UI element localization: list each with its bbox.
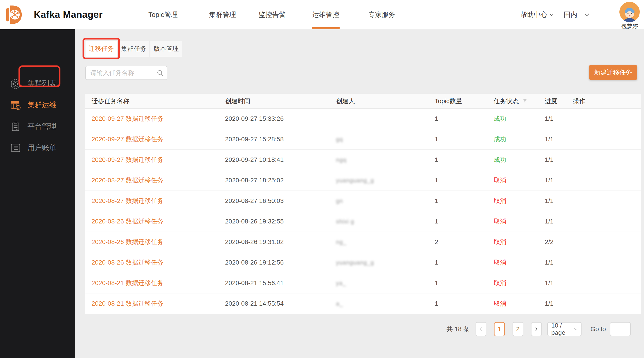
progress-cell: 1/1	[538, 211, 566, 232]
username: 包梦婷	[617, 23, 642, 30]
task-name-link[interactable]: 2020-09-27 数据迁移任务	[92, 114, 164, 123]
topic-count-cell: 1	[428, 252, 487, 273]
creator-cell: gn	[330, 191, 428, 211]
actions-cell	[566, 232, 640, 252]
filter-icon[interactable]	[522, 98, 528, 104]
avatar	[620, 2, 640, 22]
table-row: 2020-09-27 数据迁移任务 2020-09-27 10:18:41 ng…	[85, 150, 640, 170]
table-row: 2020-08-26 数据迁移任务 2020-08-26 19:12:56 yu…	[85, 252, 640, 273]
table-row: 2020-09-27 数据迁移任务 2020-09-27 15:28:58 gq…	[85, 129, 640, 150]
task-name-cell: 2020-08-21 数据迁移任务	[85, 293, 219, 314]
created-time-cell: 2020-08-21 15:56:41	[219, 273, 330, 293]
created-time-cell: 2020-08-27 16:50:03	[219, 191, 330, 211]
status-cell: 取消	[487, 252, 538, 273]
col-creator: 创建人	[330, 94, 428, 108]
table-row: 2020-08-21 数据迁移任务 2020-08-21 15:56:41 ya…	[85, 273, 640, 293]
task-name-link[interactable]: 2020-09-27 数据迁移任务	[92, 135, 164, 144]
nav-topic-management[interactable]: Topic管理	[148, 0, 178, 29]
task-name-cell: 2020-08-21 数据迁移任务	[85, 273, 219, 293]
topic-count-cell: 1	[428, 211, 487, 232]
progress-cell: 1/1	[538, 191, 566, 211]
status-cell: 取消	[487, 170, 538, 191]
create-migration-task-button[interactable]: 新建迁移任务	[589, 65, 637, 80]
actions-cell	[566, 293, 640, 314]
sidebar-item-platform-management[interactable]: 平台管理	[0, 119, 75, 134]
migration-task-table: 迁移任务名称 创建时间 创建人 Topic数量 任务状态 进度 操作 2020-…	[85, 94, 640, 314]
created-time-cell: 2020-08-21 14:55:54	[219, 293, 330, 314]
status-cell: 取消	[487, 232, 538, 252]
search-icon[interactable]	[156, 69, 164, 77]
actions-cell	[566, 191, 640, 211]
tab-migration-tasks[interactable]: 迁移任务	[85, 41, 117, 57]
task-name-link[interactable]: 2020-09-27 数据迁移任务	[92, 156, 164, 164]
sidebar-item-cluster-list[interactable]: 集群列表	[0, 76, 75, 91]
progress-cell: 1/1	[538, 273, 566, 293]
task-name-cell: 2020-08-27 数据迁移任务	[85, 170, 219, 191]
progress-cell: 1/1	[538, 129, 566, 149]
prev-page-button[interactable]	[476, 322, 486, 336]
col-task-status: 任务状态	[487, 94, 538, 108]
task-name-link[interactable]: 2020-08-26 数据迁移任务	[92, 238, 164, 246]
topic-count-cell: 1	[428, 273, 487, 293]
user-menu[interactable]: 包梦婷	[617, 2, 642, 30]
sidebar-item-cluster-ops[interactable]: $ 集群运维	[0, 98, 75, 112]
topic-count-cell: 1	[428, 191, 487, 211]
task-name-link[interactable]: 2020-08-27 数据迁移任务	[92, 176, 164, 185]
task-name-link[interactable]: 2020-08-21 数据迁移任务	[92, 299, 164, 308]
col-created-time: 创建时间	[219, 94, 330, 108]
status-cell: 成功	[487, 109, 538, 129]
next-page-button[interactable]	[531, 322, 542, 336]
creator-cell: shixi g	[330, 211, 428, 232]
task-name-cell: 2020-08-26 数据迁移任务	[85, 252, 219, 273]
task-name-cell: 2020-08-26 数据迁移任务	[85, 232, 219, 252]
task-name-link[interactable]: 2020-08-21 数据迁移任务	[92, 279, 164, 287]
created-time-cell: 2020-08-26 19:32:55	[219, 211, 330, 232]
tab-cluster-tasks[interactable]: 集群任务	[118, 41, 150, 57]
task-name-link[interactable]: 2020-08-26 数据迁移任务	[92, 258, 164, 267]
actions-cell	[566, 150, 640, 170]
nav-cluster-management[interactable]: 集群管理	[209, 0, 236, 29]
table-body: 2020-09-27 数据迁移任务 2020-09-27 15:33:26 1 …	[85, 109, 640, 314]
col-actions: 操作	[566, 94, 640, 108]
col-topic-count: Topic数量	[428, 94, 487, 108]
search-input[interactable]	[85, 66, 167, 80]
total-count-label: 共 18 条	[446, 325, 470, 333]
table-row: 2020-08-26 数据迁移任务 2020-08-26 19:31:02 ng…	[85, 232, 640, 252]
creator-cell	[330, 109, 428, 129]
created-time-cell: 2020-09-27 15:33:26	[219, 109, 330, 129]
search-box	[85, 66, 167, 80]
nav-expert-service[interactable]: 专家服务	[368, 0, 395, 29]
tab-version-management[interactable]: 版本管理	[150, 41, 182, 57]
progress-cell: 1/1	[538, 252, 566, 273]
table-header: 迁移任务名称 创建时间 创建人 Topic数量 任务状态 进度 操作	[85, 94, 640, 109]
hive-icon	[10, 78, 21, 89]
status-cell: 取消	[487, 273, 538, 293]
actions-cell	[566, 109, 640, 129]
goto-page-input[interactable]	[610, 322, 631, 336]
task-name-cell: 2020-08-26 数据迁移任务	[85, 211, 219, 232]
sidebar-item-user-billing[interactable]: 用户账单	[0, 141, 75, 155]
created-time-cell: 2020-08-27 18:25:02	[219, 170, 330, 191]
task-name-link[interactable]: 2020-08-26 数据迁移任务	[92, 217, 164, 226]
task-name-cell: 2020-09-27 数据迁移任务	[85, 150, 219, 170]
task-name-cell: 2020-08-27 数据迁移任务	[85, 191, 219, 211]
nav-monitor-alert[interactable]: 监控告警	[259, 0, 286, 29]
created-time-cell: 2020-08-26 19:31:02	[219, 232, 330, 252]
topic-count-cell: 1	[428, 170, 487, 191]
clipboard-icon	[10, 121, 21, 132]
chevron-down-icon	[584, 12, 590, 18]
page-button-2[interactable]: 2	[512, 322, 523, 336]
help-center-menu[interactable]: 帮助中心	[520, 0, 554, 29]
page-size-select[interactable]: 10 / page	[547, 322, 582, 336]
page-button-1[interactable]: 1	[494, 322, 505, 336]
nav-ops-control[interactable]: 运维管控	[312, 0, 339, 29]
region-selector[interactable]: 国内	[564, 0, 590, 29]
task-name-cell: 2020-09-27 数据迁移任务	[85, 129, 219, 149]
sidebar: 集群列表 $ 集群运维 平台管理	[0, 29, 75, 358]
chevron-right-icon	[534, 327, 539, 331]
topic-count-cell: 2	[428, 232, 487, 252]
topic-count-cell: 1	[428, 293, 487, 314]
task-name-link[interactable]: 2020-08-27 数据迁移任务	[92, 197, 164, 205]
tab-bar: 迁移任务 集群任务 版本管理	[85, 41, 183, 57]
topic-count-cell: 1	[428, 150, 487, 170]
